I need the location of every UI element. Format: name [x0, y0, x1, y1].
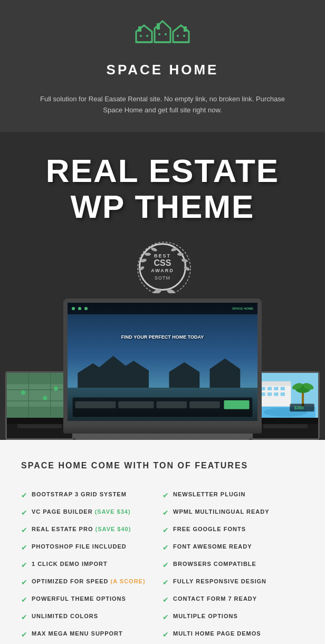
check-icon: ✔	[21, 543, 27, 552]
feature-item: ✔ POWERFUL THEME OPTIONS	[21, 591, 162, 608]
feature-item: ✔ OPTIMIZED FOR SPEED (A SCORE)	[21, 573, 162, 591]
svg-point-24	[140, 258, 147, 263]
feature-item: ✔ WPML MULTILINGUAL READY	[162, 504, 304, 521]
check-icon: ✔	[21, 508, 27, 517]
logo-icon	[131, 16, 194, 55]
hero-title-area: REAL ESTATE WP THEME	[0, 132, 325, 235]
svg-point-26	[150, 247, 157, 252]
svg-point-25	[145, 253, 151, 256]
feature-item: ✔ PHOTOSHOP FILE INCLUDED	[21, 539, 162, 556]
feature-label: MULTI HOME PAGE DEMOS	[173, 630, 261, 638]
monitor-left-screen	[7, 373, 72, 418]
award-badge-area: BEST CSS AWARD SOTM	[0, 235, 325, 293]
mockup-container: SPACE HOME	[0, 299, 325, 440]
feature-label: CONTACT FORM 7 READY	[173, 595, 257, 603]
laptop-screen-content: SPACE HOME	[68, 303, 257, 421]
svg-rect-57	[258, 381, 291, 386]
svg-rect-63	[267, 392, 272, 396]
check-icon: ✔	[162, 508, 169, 517]
feature-item: ✔ FREE GOOGLE FONTS	[162, 521, 304, 539]
svg-text:$360: $360	[294, 405, 304, 410]
feature-label: VC PAGE BUILDER (SAVE $34)	[32, 508, 131, 516]
feature-label: MULTIPLE OPTIONS	[173, 612, 238, 620]
svg-point-29	[177, 253, 184, 256]
features-title: SPACE HOME COME WITH TON OF FEATURES	[21, 461, 304, 470]
check-icon: ✔	[162, 526, 169, 534]
subtitle-section: Full solution for Real Easate Rental sit…	[0, 89, 325, 132]
features-section: SPACE HOME COME WITH TON OF FEATURES ✔ B…	[0, 440, 325, 644]
laptop-main: SPACE HOME	[63, 299, 262, 440]
laptop-nav-bar: SPACE HOME	[68, 303, 257, 314]
feature-label: BROWSERS COMPATIBLE	[173, 560, 256, 568]
feature-item: ✔ BROWSERS COMPATIBLE	[162, 556, 304, 573]
check-icon: ✔	[21, 526, 27, 534]
logo-brand-text: SPACE HOME	[11, 62, 314, 78]
nav-dot-1	[72, 307, 75, 310]
feature-label: UNLIMITED COLORS	[32, 612, 98, 620]
laptop-hero-text: FIND YOUR PERFECT HOME TODAY	[68, 334, 257, 340]
mockup-section: SPACE HOME	[0, 293, 325, 440]
svg-point-28	[181, 258, 188, 263]
check-icon: ✔	[21, 613, 27, 621]
svg-point-22	[138, 242, 190, 295]
feature-item: ✔ 1 CLICK DEMO IMPORT	[21, 556, 162, 573]
check-icon: ✔	[21, 630, 27, 639]
svg-point-9	[165, 33, 167, 35]
svg-rect-61	[281, 387, 285, 390]
feature-label: REAL ESTATE PRO (SAVE $40)	[32, 525, 131, 533]
check-icon: ✔	[21, 578, 27, 587]
feature-item: ✔ VC PAGE BUILDER (SAVE $34)	[21, 504, 162, 521]
check-icon: ✔	[21, 561, 27, 569]
subtitle-text: Full solution for Real Easate Rental sit…	[32, 94, 293, 116]
features-right-col: ✔ NEWSLETTER PLUGIN ✔ WPML MULTILINGUAL …	[162, 486, 304, 643]
check-icon: ✔	[162, 595, 169, 604]
feature-item: ✔ MAX MEGA MENU SUPPORT	[21, 626, 162, 643]
svg-point-14	[183, 35, 185, 37]
svg-rect-12	[184, 26, 187, 32]
monitor-right-screen: $360	[253, 373, 318, 418]
svg-rect-34	[7, 384, 72, 407]
nav-dot-2	[78, 307, 81, 310]
feature-label: BOOTSTRAP 3 GRID SYSTEM	[32, 491, 127, 498]
svg-rect-53	[189, 401, 220, 408]
svg-point-40	[43, 396, 47, 401]
hero-section: REAL ESTATE WP THEME	[0, 132, 325, 440]
feature-item: ✔ MULTI HOME PAGE DEMOS	[162, 626, 304, 643]
feature-item: ✔ CONTACT FORM 7 READY	[162, 591, 304, 608]
check-icon: ✔	[162, 578, 169, 587]
feature-item: ✔ FULLY RESPONSIVE DESIGN	[162, 573, 304, 591]
svg-rect-64	[274, 392, 278, 396]
svg-rect-2	[138, 26, 141, 32]
svg-rect-51	[118, 401, 154, 408]
svg-point-4	[146, 35, 148, 37]
award-badge: BEST CSS AWARD SOTM	[139, 243, 186, 291]
svg-rect-54	[224, 400, 249, 409]
features-grid: ✔ BOOTSTRAP 3 GRID SYSTEM ✔ VC PAGE BUIL…	[21, 486, 304, 643]
nav-dot-3	[84, 307, 88, 310]
hero-line2: WP THEME	[11, 189, 314, 225]
laptop-base	[63, 425, 262, 434]
feature-item: ✔ BOOTSTRAP 3 GRID SYSTEM	[21, 486, 162, 504]
feature-label: WPML MULTILINGUAL READY	[173, 508, 270, 516]
svg-rect-59	[267, 387, 272, 390]
check-icon: ✔	[21, 595, 27, 604]
svg-rect-7	[157, 23, 160, 30]
feature-label: PHOTOSHOP FILE INCLUDED	[32, 543, 127, 551]
feature-item: ✔ FONT AWESOME READY	[162, 539, 304, 556]
laptop-bottom	[74, 434, 251, 440]
svg-point-27	[183, 265, 190, 271]
features-left-col: ✔ BOOTSTRAP 3 GRID SYSTEM ✔ VC PAGE BUIL…	[21, 486, 162, 643]
svg-point-3	[140, 35, 142, 37]
check-icon: ✔	[162, 613, 169, 621]
svg-point-39	[21, 390, 25, 395]
svg-point-8	[158, 33, 160, 35]
feature-label: FREE GOOGLE FONTS	[173, 525, 246, 533]
feature-label: POWERFUL THEME OPTIONS	[32, 595, 126, 603]
feature-item: ✔ UNLIMITED COLORS	[21, 608, 162, 626]
header-section: SPACE HOME	[0, 0, 325, 89]
feature-item: ✔ NEWSLETTER PLUGIN	[162, 486, 304, 504]
feature-label: FULLY RESPONSIVE DESIGN	[173, 578, 266, 585]
feature-item: ✔ MULTIPLE OPTIONS	[162, 608, 304, 626]
check-icon: ✔	[162, 561, 169, 569]
svg-rect-50	[75, 401, 116, 408]
